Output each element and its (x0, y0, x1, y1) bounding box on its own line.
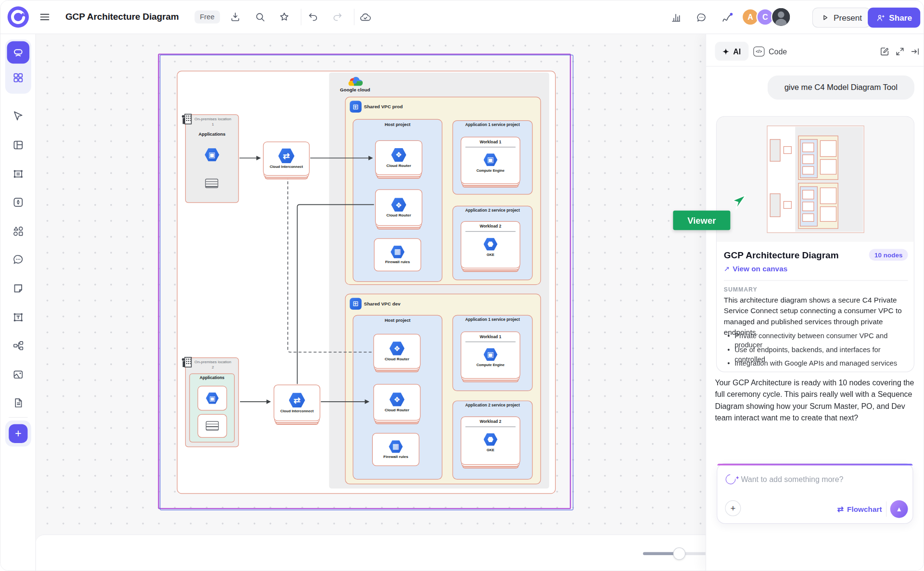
tool-sticky-note-icon[interactable] (12, 282, 25, 295)
divider (465, 147, 515, 147)
divider (354, 9, 354, 25)
divider (9, 417, 27, 418)
divider (886, 501, 886, 517)
workload2-dev-card[interactable]: Workload 2 GKE (461, 417, 520, 465)
chat-input[interactable] (741, 472, 900, 486)
add-button[interactable]: + (9, 424, 27, 443)
avatar-photo[interactable] (771, 7, 791, 27)
tool-frames-active[interactable] (7, 41, 29, 64)
app-window: Google cloud Shared VPC prod Host projec… (0, 0, 924, 571)
plan-badge: Free (195, 11, 220, 24)
diagram-thumbnail[interactable] (717, 117, 914, 242)
firewall-icon (391, 245, 405, 258)
send-button[interactable] (890, 500, 908, 518)
workload1-dev-card[interactable]: Workload 1 Compute Engine (461, 331, 520, 379)
tab-code[interactable]: </> Code (753, 42, 787, 61)
divider (706, 66, 924, 66)
cloud-router-prod-1[interactable]: Cloud Router (375, 140, 422, 175)
share-button[interactable]: Share (868, 8, 920, 28)
bullet-icon: • (727, 359, 730, 368)
tool-document-icon[interactable] (12, 396, 25, 409)
divider (301, 9, 301, 25)
document-title[interactable]: GCP Architecture Diagram (65, 12, 179, 22)
tool-shapes-icon[interactable] (12, 225, 25, 238)
firewall-rules-dev[interactable]: Firewall rules (372, 433, 419, 466)
add-tool-group: + (5, 420, 31, 446)
tool-section-icon[interactable] (12, 167, 25, 180)
diagram-result-card[interactable]: GCP Architecture Diagram 10 nodes View o… (716, 116, 914, 372)
stats-icon[interactable] (670, 12, 682, 24)
result-title: GCP Architecture Diagram (724, 250, 839, 261)
tab-ai[interactable]: AI (715, 42, 748, 61)
divider (465, 231, 515, 232)
download-icon[interactable] (229, 11, 241, 23)
ai-sparkle-icon (723, 472, 737, 486)
user-message-bubble: give me C4 Model Diagram Tool (768, 76, 914, 100)
tool-image-icon[interactable] (12, 368, 25, 381)
cloud-interconnect-2[interactable]: Cloud Interconnect (274, 385, 320, 421)
cloud-interconnect-1[interactable]: Cloud Interconnect (263, 141, 310, 176)
cloud-interconnect-icon (289, 393, 305, 408)
ai-side-panel: AI </> Code give me C4 Model Diagram Too… (706, 34, 924, 571)
app-logo[interactable] (7, 6, 29, 28)
collapse-panel-icon[interactable] (910, 46, 921, 57)
gke-icon (483, 433, 497, 446)
present-button[interactable]: Present (812, 8, 871, 28)
attach-plus-button[interactable]: + (725, 500, 741, 516)
compose-icon[interactable] (879, 46, 890, 57)
cloud-router-dev-2[interactable]: Cloud Router (373, 384, 420, 420)
cloud-saved-icon (359, 11, 372, 24)
laser-pen-icon[interactable] (721, 12, 734, 25)
cloud-router-icon (391, 198, 406, 212)
tool-sidebar: + (0, 34, 36, 571)
firewall-icon (389, 440, 403, 453)
cloud-router-icon (389, 342, 405, 355)
cursor-arrow-icon (730, 194, 747, 212)
view-on-canvas-link[interactable]: View on canvas (724, 265, 787, 273)
viewer-label: Viewer (673, 211, 730, 230)
cloud-router-icon (391, 148, 406, 162)
favorite-star-icon[interactable] (278, 11, 291, 23)
divider (465, 342, 515, 342)
diagram-mode-picker[interactable]: Flowchart (837, 505, 882, 514)
divider (724, 280, 908, 280)
tool-templates-icon[interactable] (12, 71, 25, 84)
workload1-prod-card[interactable]: Workload 1 Compute Engine (461, 137, 520, 184)
top-toolbar: GCP Architecture Diagram Free (0, 0, 924, 34)
compute-engine-icon (483, 348, 497, 361)
cloud-router-dev-1[interactable]: Cloud Router (373, 334, 420, 368)
assistant-message: Your GCP Architecture is ready with 10 n… (715, 377, 914, 424)
cloud-router-icon (389, 393, 405, 406)
code-icon: </> (753, 46, 764, 56)
primary-tool-group (5, 39, 31, 94)
firewall-rules-prod[interactable]: Firewall rules (374, 238, 421, 271)
gke-icon (483, 238, 497, 251)
menu-icon[interactable] (38, 11, 51, 24)
tool-text-icon[interactable] (12, 311, 25, 324)
workload2-prod-card[interactable]: Workload 2 GKE (461, 221, 520, 268)
tool-comment-icon[interactable] (12, 253, 25, 266)
nodes-count-badge: 10 nodes (869, 249, 908, 261)
compute-engine-icon (483, 153, 497, 166)
zoom-slider-thumb[interactable] (673, 547, 685, 560)
cloud-router-prod-2[interactable]: Cloud Router (375, 190, 422, 226)
search-icon[interactable] (254, 11, 266, 23)
summary-bullet: • Integration with Google APIs and manag… (727, 359, 908, 368)
redo-icon[interactable] (331, 11, 343, 23)
tool-frame-icon[interactable] (12, 139, 25, 152)
undo-icon[interactable] (307, 11, 319, 23)
tool-shape-icon[interactable] (12, 196, 25, 209)
gradient-accent (717, 464, 912, 465)
tool-select-icon[interactable] (12, 110, 25, 123)
divider (465, 427, 515, 427)
cloud-interconnect-icon (278, 148, 294, 164)
comments-icon[interactable] (696, 12, 708, 24)
chat-input-card[interactable]: + Flowchart (717, 463, 913, 524)
tool-connector-icon[interactable] (12, 339, 25, 352)
expand-icon[interactable] (894, 46, 905, 57)
summary-heading: SUMMARY (724, 286, 758, 292)
